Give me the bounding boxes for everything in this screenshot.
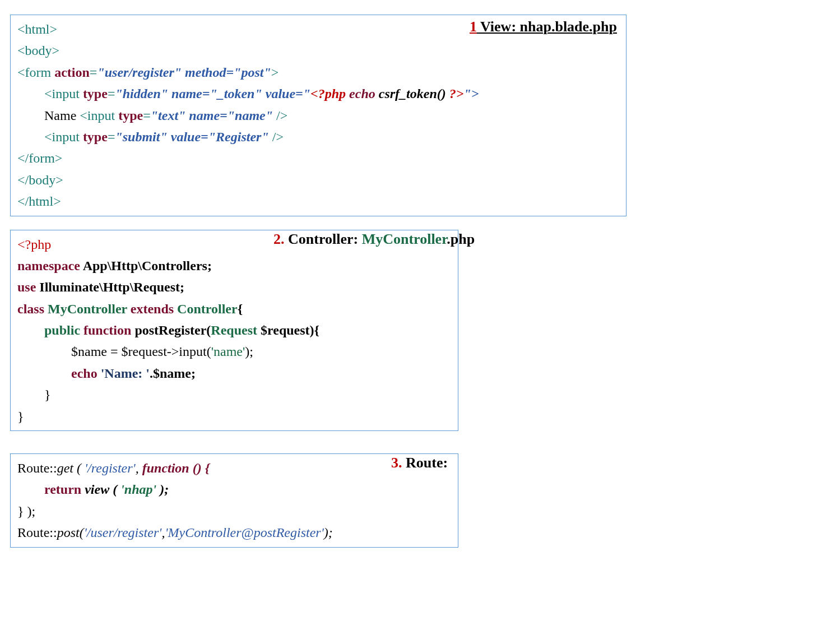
view-block-title: 1 View: nhap.blade.php xyxy=(470,18,617,35)
view-code-block: 1 View: nhap.blade.php <html> <body> <fo… xyxy=(10,15,626,216)
route-code: Route::get ( '/register', function () { … xyxy=(17,457,451,544)
controller-code: <?php namespace App\Http\Controllers; us… xyxy=(17,234,451,428)
controller-code-block: <?php namespace App\Http\Controllers; us… xyxy=(10,230,458,432)
view-code: <html> <body> <form action="user/registe… xyxy=(17,18,619,212)
route-code-block: Route::get ( '/register', function () { … xyxy=(10,453,458,548)
